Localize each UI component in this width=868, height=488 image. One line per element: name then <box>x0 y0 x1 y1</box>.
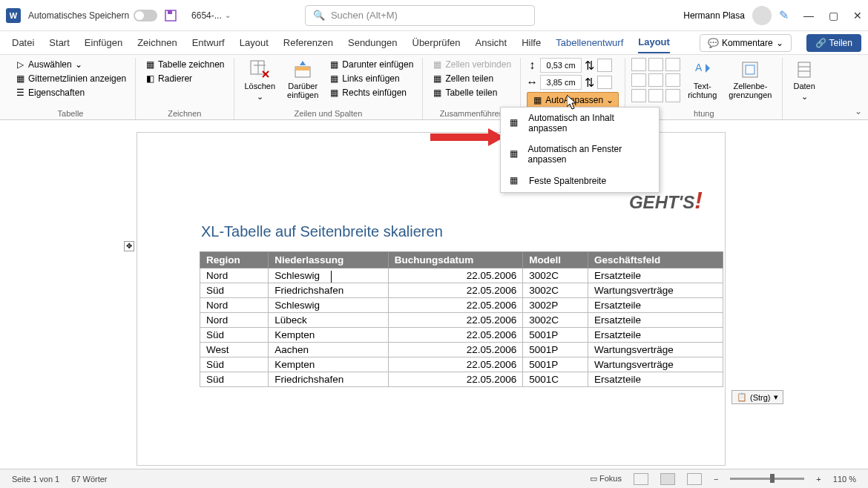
table-row[interactable]: WestAachen22.05.20065001PWartungsverträg… <box>200 343 723 357</box>
align-mc[interactable] <box>648 73 663 87</box>
table-cell[interactable]: 5001P <box>523 357 588 372</box>
table-cell[interactable]: 22.05.2006 <box>388 268 522 283</box>
delete-button[interactable]: Löschen ⌄ <box>240 58 280 108</box>
table-cell[interactable]: Friedrichshafen <box>269 372 389 387</box>
autosave-toggle[interactable] <box>134 10 157 22</box>
tab-einfuegen[interactable]: Einfügen <box>85 33 122 53</box>
user-avatar[interactable] <box>752 6 772 25</box>
table-cell[interactable]: Wartungsverträge <box>588 343 723 357</box>
table-cell[interactable]: 22.05.2006 <box>388 283 522 298</box>
table-cell[interactable]: 22.05.2006 <box>388 298 522 313</box>
table-cell[interactable]: Ersatzteile <box>588 313 723 328</box>
align-bl[interactable] <box>631 89 646 102</box>
table-move-handle[interactable]: ✥ <box>124 241 134 251</box>
tab-datei[interactable]: Datei <box>12 33 34 53</box>
table-cell[interactable]: Nord <box>200 313 269 328</box>
table-cell[interactable]: Lübeck <box>269 313 389 328</box>
table-cell[interactable]: 3002C <box>523 283 588 298</box>
table-cell[interactable]: 22.05.2006 <box>388 328 522 343</box>
text-direction-button[interactable]: A Text- richtung <box>683 58 721 108</box>
insert-left-button[interactable]: ▦Links einfügen <box>326 72 416 85</box>
table-row[interactable]: SüdFriedrichshafen22.05.20065001CErsatzt… <box>200 372 723 387</box>
table-cell[interactable]: 22.05.2006 <box>388 372 522 387</box>
gridlines-button[interactable]: ▦Gitternetzlinien anzeigen <box>12 72 129 85</box>
align-mr[interactable] <box>665 73 680 87</box>
collapse-ribbon-button[interactable]: ⌄ <box>855 106 862 116</box>
view-web-button[interactable] <box>687 473 702 485</box>
properties-button[interactable]: ☰Eigenschaften <box>12 86 129 99</box>
align-tc[interactable] <box>648 58 663 71</box>
table-cell[interactable]: Friedrichshafen <box>269 283 389 298</box>
distribute-rows-icon[interactable] <box>597 59 612 72</box>
col-modell[interactable]: Modell <box>523 252 588 268</box>
menu-autofit-window[interactable]: ▦Automatisch an Fenster anpassen <box>501 139 659 170</box>
table-row[interactable]: SüdKempten22.05.20065001PWartungsverträg… <box>200 357 723 372</box>
table-cell[interactable]: Nord <box>200 268 269 283</box>
split-table-button[interactable]: ▦Tabelle teilen <box>429 86 514 99</box>
table-cell[interactable]: Ersatzteile <box>588 328 723 343</box>
align-ml[interactable] <box>631 73 646 87</box>
tab-tabellenentwurf[interactable]: Tabellenentwurf <box>556 33 623 53</box>
table-cell[interactable]: 5001P <box>523 343 588 357</box>
zoom-out-button[interactable]: − <box>714 475 718 484</box>
eraser-button[interactable]: ◧Radierer <box>142 72 227 85</box>
table-row[interactable]: NordLübeck22.05.20063002CErsatzteile <box>200 313 723 328</box>
insert-below-button[interactable]: ▦Darunter einfügen <box>326 58 416 71</box>
table-cell[interactable]: Ersatzteile <box>588 268 723 283</box>
menu-fixed-width[interactable]: ▦Feste Spaltenbreite <box>501 170 659 192</box>
table-cell[interactable]: 22.05.2006 <box>388 313 522 328</box>
table-cell[interactable]: Ersatzteile <box>588 298 723 313</box>
zoom-level[interactable]: 110 % <box>833 475 856 484</box>
tab-ansicht[interactable]: Ansicht <box>476 33 507 53</box>
minimize-button[interactable]: — <box>803 10 814 22</box>
paste-options-badge[interactable]: 📋 (Strg) ▾ <box>731 390 783 404</box>
pen-icon[interactable]: ✎ <box>779 8 789 22</box>
align-br[interactable] <box>665 89 680 102</box>
table-cell[interactable]: Aachen <box>269 343 389 357</box>
table-cell[interactable]: 5001C <box>523 372 588 387</box>
draw-table-button[interactable]: ▦Tabelle zeichnen <box>142 58 227 71</box>
close-button[interactable]: ✕ <box>853 10 862 22</box>
table-cell[interactable]: Süd <box>200 283 269 298</box>
status-words[interactable]: 67 Wörter <box>71 475 107 484</box>
tab-start[interactable]: Start <box>49 33 69 53</box>
col-buchungsdatum[interactable]: Buchungsdatum <box>388 252 522 268</box>
table-cell[interactable]: Kempten <box>269 328 389 343</box>
focus-mode-button[interactable]: ▭ Fokus <box>590 474 622 484</box>
tab-ueberpruefen[interactable]: Überprüfen <box>412 33 461 53</box>
table-cell[interactable]: 22.05.2006 <box>388 343 522 357</box>
table-cell[interactable]: Wartungsverträge <box>588 357 723 372</box>
filename-dropdown-icon[interactable]: ⌄ <box>225 11 231 19</box>
table-cell[interactable]: Süd <box>200 328 269 343</box>
align-tl[interactable] <box>631 58 646 71</box>
table-row[interactable]: NordSchleswig22.05.20063002CErsatzteile <box>200 268 723 283</box>
col-width-input[interactable] <box>540 75 582 90</box>
table-cell[interactable]: Kempten <box>269 357 389 372</box>
tab-layout[interactable]: Layout <box>240 33 269 53</box>
table-cell[interactable]: Süd <box>200 357 269 372</box>
tab-hilfe[interactable]: Hilfe <box>522 33 541 53</box>
share-button[interactable]: 🔗 Teilen <box>806 34 861 52</box>
comments-button[interactable]: 💬 Kommentare ⌄ <box>700 34 792 52</box>
zoom-slider[interactable] <box>730 478 804 480</box>
table-cell[interactable]: 22.05.2006 <box>388 357 522 372</box>
tab-zeichnen[interactable]: Zeichnen <box>137 33 177 53</box>
table-cell[interactable]: 3002C <box>523 313 588 328</box>
maximize-button[interactable]: ▢ <box>829 10 838 22</box>
tab-entwurf[interactable]: Entwurf <box>192 33 225 53</box>
table-cell[interactable]: 5001P <box>523 328 588 343</box>
tab-layout-table[interactable]: Layout <box>638 32 670 53</box>
insert-right-button[interactable]: ▦Rechts einfügen <box>326 86 416 99</box>
save-icon[interactable] <box>165 10 177 22</box>
table-cell[interactable]: West <box>200 343 269 357</box>
data-table[interactable]: Region Niederlassung Buchungsdatum Model… <box>200 251 723 387</box>
view-print-button[interactable] <box>660 473 675 485</box>
row-height-input[interactable] <box>540 58 582 73</box>
col-niederlassung[interactable]: Niederlassung <box>269 252 389 268</box>
table-cell[interactable]: Süd <box>200 372 269 387</box>
table-cell[interactable]: 3002P <box>523 298 588 313</box>
align-bc[interactable] <box>648 89 663 102</box>
table-cell[interactable]: Schleswig <box>269 298 389 313</box>
table-cell[interactable]: Ersatzteile <box>588 372 723 387</box>
data-button[interactable]: Daten ⌄ <box>789 58 819 108</box>
